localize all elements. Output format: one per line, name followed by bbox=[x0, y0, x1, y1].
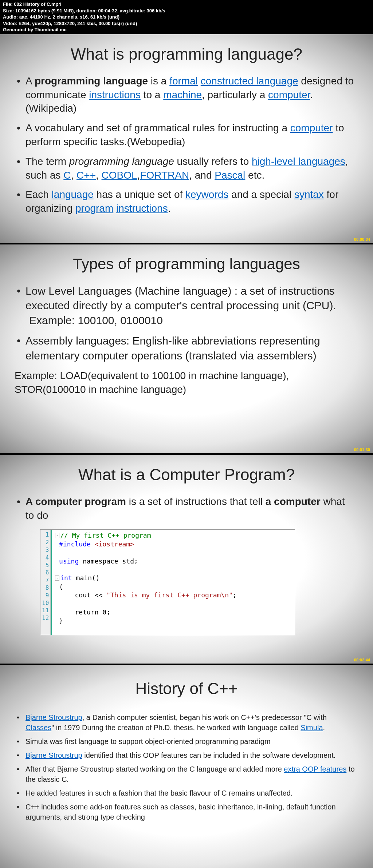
link-instructions[interactable]: instructions bbox=[89, 89, 141, 100]
link-computer[interactable]: computer bbox=[268, 89, 310, 100]
link-language[interactable]: language bbox=[52, 189, 94, 200]
slide-1: What is programming language? A programm… bbox=[0, 34, 373, 243]
link-bjarne-2[interactable]: Bjarne Stroustrup bbox=[25, 751, 82, 759]
s4-bullet-6: C++ includes some add-on features such a… bbox=[25, 802, 355, 822]
file-line: File: 002 History of C.mp4 bbox=[3, 1, 370, 8]
s4-bullet-1: Bjarne Stroustrup, a Danish computer sci… bbox=[25, 712, 355, 733]
code-content: -// My first C++ program #include <iostr… bbox=[51, 530, 295, 635]
link-oop-features[interactable]: extra OOP features bbox=[284, 765, 346, 773]
file-info-header: File: 002 History of C.mp4 Size: 1039416… bbox=[0, 0, 373, 34]
link-c[interactable]: C bbox=[63, 170, 71, 181]
video-line: Video: h264, yuv420p, 1280x720, 241 kb/s… bbox=[3, 20, 370, 27]
slide-3-title: What is a Computer Program? bbox=[18, 466, 355, 484]
link-fortran[interactable]: FORTRAN bbox=[140, 170, 189, 181]
line-numbers: 123456789101112 bbox=[40, 530, 51, 635]
slide-1-title: What is programming language? bbox=[18, 45, 355, 63]
timestamp-2: 00:01:30 bbox=[354, 447, 370, 452]
s2-bullet-1: Low Level Languages (Machine language) :… bbox=[25, 284, 355, 328]
link-instructions-2[interactable]: instructions bbox=[116, 203, 168, 214]
link-program[interactable]: program bbox=[75, 203, 113, 214]
link-cobol[interactable]: COBOL bbox=[102, 170, 137, 181]
slide-4: History of C++ Bjarne Stroustrup, a Dani… bbox=[0, 665, 373, 868]
slide-3: What is a Computer Program? A computer p… bbox=[0, 455, 373, 664]
link-classes[interactable]: Classes bbox=[25, 724, 51, 732]
audio-line: Audio: aac, 44100 Hz, 2 channels, s16, 6… bbox=[3, 14, 370, 20]
link-pascal[interactable]: Pascal bbox=[215, 170, 245, 181]
link-simula[interactable]: Simula bbox=[301, 724, 323, 732]
s1-bullet-3: The term programming language usually re… bbox=[25, 155, 355, 182]
slide-4-title: History of C++ bbox=[18, 680, 355, 698]
link-constructed-language[interactable]: constructed language bbox=[201, 75, 298, 87]
link-high-level[interactable]: high-level languages bbox=[252, 156, 345, 167]
slide-2: Types of programming languages Low Level… bbox=[0, 244, 373, 453]
link-formal[interactable]: formal bbox=[169, 75, 198, 87]
link-keywords[interactable]: keywords bbox=[185, 189, 228, 200]
code-example: 123456789101112 -// My first C++ program… bbox=[40, 529, 295, 635]
size-line: Size: 10394162 bytes (9.91 MiB), duratio… bbox=[3, 8, 370, 14]
timestamp-1: 00:00:34 bbox=[354, 237, 370, 242]
link-cpp[interactable]: C++ bbox=[76, 170, 96, 181]
generated-line: Generated by Thumbnail me bbox=[3, 27, 370, 33]
link-syntax[interactable]: syntax bbox=[294, 189, 324, 200]
link-computer-2[interactable]: computer bbox=[290, 122, 333, 134]
s4-bullet-3: Bjarne Stroustrup identified that this O… bbox=[25, 750, 355, 760]
timestamp-3: 00:02:44 bbox=[354, 658, 370, 662]
s2-bullet-2: Assembly languages: English-like abbrevi… bbox=[25, 334, 355, 363]
link-bjarne[interactable]: Bjarne Stroustrup bbox=[25, 713, 82, 721]
s2-example: Example: LOAD(equivalent to 100100 in ma… bbox=[15, 369, 355, 397]
fold-icon[interactable]: - bbox=[55, 533, 59, 538]
s1-bullet-1: A programming language is a formal const… bbox=[25, 74, 355, 115]
s4-bullet-5: He added features in such a fashion that… bbox=[25, 788, 355, 798]
s3-bullet-1: A computer program is a set of instructi… bbox=[25, 495, 355, 522]
fold-icon[interactable]: - bbox=[55, 576, 59, 581]
link-machine[interactable]: machine bbox=[163, 89, 202, 100]
s1-bullet-2: A vocabulary and set of grammatical rule… bbox=[25, 121, 355, 149]
s4-bullet-2: Simula was first language to support obj… bbox=[25, 736, 355, 746]
s1-bullet-4: Each language has a unique set of keywor… bbox=[25, 188, 355, 215]
s4-bullet-4: After that Bjarne Stroustrup started wor… bbox=[25, 764, 355, 784]
slide-2-title: Types of programming languages bbox=[18, 255, 355, 273]
